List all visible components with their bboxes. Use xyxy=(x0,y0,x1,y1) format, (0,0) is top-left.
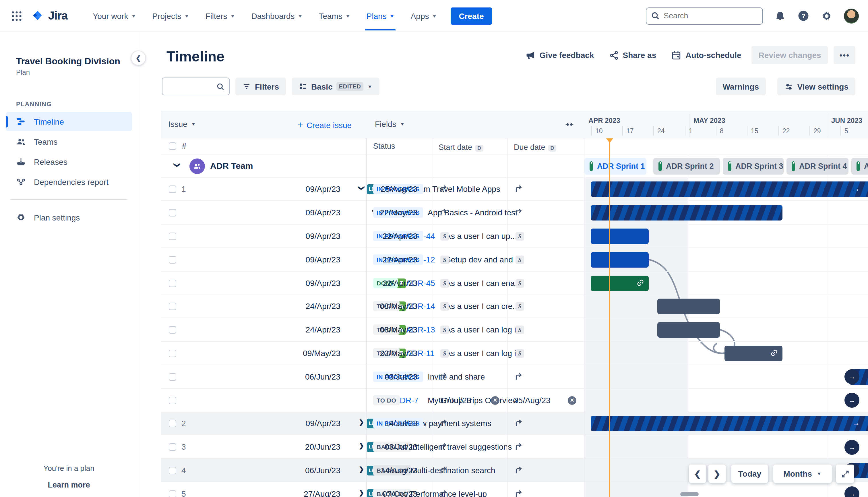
row-checkbox[interactable] xyxy=(169,490,176,497)
expander-chevron-icon[interactable]: ❯ xyxy=(358,185,365,191)
sprint-pill-adr-sprint-2[interactable]: ADR Sprint 2 xyxy=(653,158,720,174)
row-checkbox[interactable] xyxy=(169,209,176,216)
sidebar-item-timeline[interactable]: Timeline xyxy=(6,112,132,131)
date-value[interactable]: 22/May/23 xyxy=(380,208,417,217)
gantt-bar-ADR-12[interactable] xyxy=(591,252,649,267)
date-value[interactable]: 07/Oct/23 xyxy=(382,489,417,497)
row-checkbox[interactable] xyxy=(169,326,176,333)
expander-chevron-icon[interactable]: ❯ xyxy=(173,162,181,167)
nav-item-your-work[interactable]: Your work▼ xyxy=(87,6,142,25)
sidebar-item-dependencies-report[interactable]: Dependencies report xyxy=(6,172,132,191)
date-value[interactable]: 03/Jul/23 xyxy=(385,442,417,451)
gantt-bar-ADR-5[interactable] xyxy=(591,205,782,221)
fields-dropdown[interactable]: Fields ▼ xyxy=(375,119,405,129)
date-value[interactable]: 09/May/23 xyxy=(303,349,341,358)
sidebar-collapse-button[interactable]: ❮ xyxy=(131,51,146,66)
date-value[interactable]: 20/Jun/23 xyxy=(305,442,341,451)
date-value[interactable]: 09/Apr/23 xyxy=(306,255,341,264)
date-value[interactable]: 25/Aug/23 xyxy=(514,395,551,404)
date-value[interactable]: 22/Apr/23 xyxy=(382,231,417,241)
gantt-bar-ADR-45[interactable] xyxy=(591,275,649,291)
gantt-bar-ADR-13[interactable] xyxy=(657,322,720,338)
sidebar-item-releases[interactable]: Releases xyxy=(6,152,132,171)
gantt-bar-IP-7[interactable]: → xyxy=(591,416,868,431)
row-checkbox[interactable] xyxy=(169,467,176,474)
user-avatar[interactable] xyxy=(844,8,859,23)
dependency-link-icon[interactable] xyxy=(637,279,644,286)
review-changes-button[interactable]: Review changes xyxy=(752,46,828,64)
date-value[interactable]: 22/May/23 xyxy=(380,349,417,358)
nav-item-dashboards[interactable]: Dashboards▼ xyxy=(246,6,308,25)
scroll-left-button[interactable]: ❮ xyxy=(689,465,706,483)
expander-chevron-icon[interactable]: ❯ xyxy=(359,489,364,496)
date-value[interactable]: 09/Apr/23 xyxy=(306,419,341,428)
row-checkbox[interactable] xyxy=(169,420,176,427)
nav-item-teams[interactable]: Teams▼ xyxy=(313,6,356,25)
view-selector-button[interactable]: Basic EDITED ▼ xyxy=(292,77,379,95)
date-value[interactable]: 06/Jun/23 xyxy=(305,372,341,381)
nav-item-apps[interactable]: Apps▼ xyxy=(405,6,443,25)
sprint-pill-adr-sprint-3[interactable]: ADR Sprint 3 xyxy=(723,158,784,174)
fullscreen-button[interactable] xyxy=(836,465,854,483)
today-button[interactable]: Today xyxy=(732,465,768,483)
notifications-bell-icon[interactable] xyxy=(775,10,786,22)
create-button[interactable]: Create xyxy=(451,7,492,24)
sidebar-item-teams[interactable]: Teams xyxy=(6,132,132,151)
settings-gear-icon[interactable] xyxy=(821,10,833,22)
gantt-bar-IP-8[interactable]: → xyxy=(591,182,868,197)
give-feedback-button[interactable]: Give feedback xyxy=(521,46,599,64)
expander-chevron-icon[interactable]: ❯ xyxy=(359,419,364,426)
expander-chevron-icon[interactable]: ❯ xyxy=(359,442,364,450)
date-value[interactable]: 24/Apr/23 xyxy=(306,325,341,334)
auto-schedule-button[interactable]: Auto-schedule xyxy=(666,46,746,64)
global-search-input[interactable] xyxy=(664,12,750,20)
gantt-bar-ADR-44[interactable] xyxy=(591,229,649,244)
issue-column-header[interactable]: Issue ▼ xyxy=(168,119,196,129)
nav-item-filters[interactable]: Filters▼ xyxy=(200,6,241,25)
row-checkbox[interactable] xyxy=(169,397,176,404)
nav-item-plans[interactable]: Plans▼ xyxy=(361,6,401,25)
row-checkbox[interactable] xyxy=(169,256,176,263)
sprint-pill-adr-sprint-5[interactable]: ADR Sprint 5 xyxy=(851,158,868,174)
warnings-button[interactable]: Warnings xyxy=(715,77,766,95)
date-value[interactable]: 14/Jul/23 xyxy=(385,419,417,428)
select-all-checkbox[interactable] xyxy=(169,142,176,150)
date-value[interactable]: 03/Jul/23 xyxy=(385,372,417,381)
create-issue-button[interactable]: + Create issue xyxy=(298,119,352,131)
date-value[interactable]: 14/Aug/23 xyxy=(381,466,417,475)
date-value[interactable]: 07/Jul/23 xyxy=(438,395,471,404)
app-switcher-icon[interactable] xyxy=(12,11,22,21)
date-value[interactable]: 22/Apr/23 xyxy=(382,278,417,287)
row-checkbox[interactable] xyxy=(169,186,176,193)
date-value[interactable]: 09/Apr/23 xyxy=(306,185,341,194)
scroll-to-bar-chip[interactable]: → xyxy=(844,440,859,455)
date-value[interactable]: 09/Apr/23 xyxy=(306,278,341,287)
more-options-button[interactable]: ••• xyxy=(834,46,855,64)
help-icon[interactable]: ? xyxy=(797,10,809,22)
dependency-link-icon[interactable] xyxy=(770,349,778,357)
zoom-level-dropdown[interactable]: Months ▼ xyxy=(773,465,832,483)
sprint-pill-adr-sprint-1[interactable]: ADR Sprint 1 xyxy=(584,158,647,174)
date-value[interactable]: 08/May/23 xyxy=(380,325,417,334)
horizontal-scrollbar-thumb[interactable] xyxy=(680,492,699,496)
filters-button[interactable]: Filters xyxy=(235,77,286,95)
date-value[interactable]: 09/Apr/23 xyxy=(306,208,341,217)
row-checkbox[interactable] xyxy=(169,232,176,240)
date-value[interactable]: 27/Aug/23 xyxy=(304,489,341,497)
date-value[interactable]: 24/Apr/23 xyxy=(306,302,341,311)
share-as-button[interactable]: Share as xyxy=(604,47,661,63)
date-value[interactable]: 22/Apr/23 xyxy=(382,255,417,264)
date-value[interactable]: 08/May/23 xyxy=(380,302,417,311)
view-settings-button[interactable]: View settings xyxy=(777,77,855,95)
sprint-pill-adr-sprint-4[interactable]: ADR Sprint 4 xyxy=(786,158,849,174)
gantt-bar-ADR-11[interactable] xyxy=(724,346,782,361)
row-checkbox[interactable] xyxy=(169,373,176,381)
scroll-right-button[interactable]: ❯ xyxy=(708,465,726,483)
nav-item-projects[interactable]: Projects▼ xyxy=(147,6,195,25)
date-value[interactable]: 25/Aug/23 xyxy=(381,185,417,194)
row-checkbox[interactable] xyxy=(169,443,176,451)
jira-logo[interactable]: Jira xyxy=(31,9,68,23)
scroll-to-bar-chip[interactable]: → xyxy=(844,369,859,384)
learn-more-link[interactable]: Learn more xyxy=(0,481,138,489)
sidebar-item-plan-settings[interactable]: Plan settings xyxy=(6,208,132,227)
